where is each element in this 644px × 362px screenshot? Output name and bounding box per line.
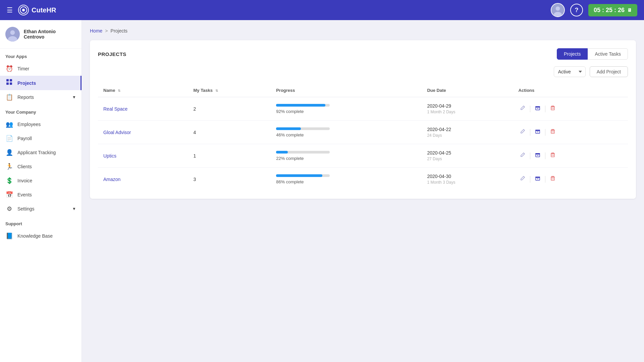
status-filter[interactable]: Active Inactive All — [554, 66, 586, 77]
tab-buttons: Projects Active Tasks — [557, 48, 628, 60]
sidebar-item-payroll[interactable]: 📄 Payroll — [0, 131, 82, 145]
due-date-cell: 2020-04-30 1 Month 3 Days — [422, 168, 513, 191]
sidebar-item-applicant-tracking[interactable]: 👤 Applicant Tracking — [0, 145, 82, 160]
project-link-uptics[interactable]: Uptics — [103, 153, 116, 159]
delete-button[interactable] — [549, 174, 557, 184]
edit-button[interactable] — [519, 104, 527, 114]
delete-button[interactable] — [549, 151, 557, 161]
action-divider — [545, 129, 545, 136]
sidebar-invoice-label: Invoice — [17, 178, 32, 183]
delete-button[interactable] — [549, 104, 557, 114]
delete-button[interactable] — [549, 127, 557, 137]
project-link-gloal-advisor[interactable]: Gloal Advisor — [103, 130, 131, 135]
sidebar-item-reports[interactable]: 📋 Reports ▼ — [0, 90, 82, 104]
svg-rect-15 — [551, 107, 554, 110]
action-divider — [545, 176, 545, 183]
table-row: Amazon3 86% complete 2020-04-30 1 Month … — [98, 168, 628, 191]
due-date-sub: 24 Days — [427, 133, 507, 138]
action-divider — [545, 106, 545, 112]
timer-clock-icon: 🖥 — [627, 7, 632, 13]
sidebar-knowledge-label: Knowledge Base — [17, 233, 53, 239]
sidebar-events-label: Events — [17, 192, 32, 197]
due-date-main: 2020-04-22 — [427, 127, 507, 132]
sidebar-item-employees[interactable]: 👥 Employees — [0, 117, 82, 131]
progress-bar-fill — [276, 151, 288, 154]
progress-bar-bg — [276, 104, 330, 107]
due-date-sub: 27 Days — [427, 157, 507, 161]
sidebar-item-events[interactable]: 📅 Events — [0, 188, 82, 202]
table-row: Real Space2 92% complete 2020-04-29 1 Mo… — [98, 97, 628, 121]
svg-rect-21 — [551, 130, 554, 133]
svg-point-3 — [556, 6, 560, 11]
hamburger-icon[interactable]: ☰ — [7, 6, 13, 14]
sidebar-item-timer[interactable]: ⏰ Timer — [0, 62, 82, 76]
svg-point-4 — [554, 12, 562, 17]
svg-point-6 — [10, 30, 15, 35]
svg-rect-27 — [551, 154, 554, 157]
progress-label: 86% complete — [276, 179, 304, 184]
logo-area: CuteHR — [18, 5, 56, 15]
edit-button[interactable] — [519, 174, 527, 184]
toolbar: Active Inactive All Add Project — [98, 66, 628, 77]
due-date-sub: 1 Month 2 Days — [427, 110, 507, 114]
project-name-cell: Amazon — [98, 168, 188, 191]
sidebar-item-knowledge-base[interactable]: 📘 Knowledge Base — [0, 229, 82, 243]
sidebar-projects-label: Projects — [17, 80, 36, 86]
progress-cell: 22% complete — [271, 144, 422, 168]
due-date-cell: 2020-04-29 1 Month 2 Days — [422, 97, 513, 121]
help-icon[interactable]: ? — [570, 4, 583, 16]
progress-bar-fill — [276, 174, 322, 177]
add-project-button[interactable]: Add Project — [590, 66, 628, 77]
edit-button[interactable] — [519, 127, 527, 137]
sidebar-item-settings[interactable]: ⚙ Settings ▼ — [0, 202, 82, 216]
user-avatar-topnav[interactable] — [551, 3, 565, 17]
user-name: Ethan Antonio Centrovo — [24, 29, 76, 40]
svg-rect-9 — [10, 79, 12, 81]
topnav: ☰ CuteHR ? 05 : 25 : 26 🖥 — [0, 0, 644, 20]
project-link-amazon[interactable]: Amazon — [103, 177, 120, 182]
archive-button[interactable] — [534, 174, 542, 184]
tasks-sort-icon[interactable]: ⇅ — [215, 89, 218, 93]
actions-cell — [513, 121, 628, 144]
sidebar-item-clients[interactable]: 🏃 Clients — [0, 160, 82, 174]
progress-bar-bg — [276, 127, 330, 130]
sidebar: Ethan Antonio Centrovo Your Apps ⏰ Timer… — [0, 20, 82, 362]
tab-projects[interactable]: Projects — [557, 48, 588, 60]
archive-button[interactable] — [534, 104, 542, 114]
svg-point-1 — [22, 9, 25, 11]
timer-badge: 05 : 25 : 26 🖥 — [588, 4, 637, 16]
archive-button[interactable] — [534, 127, 542, 137]
svg-rect-8 — [6, 79, 9, 81]
sidebar-item-projects[interactable]: Projects — [0, 76, 82, 90]
action-divider — [530, 106, 530, 112]
due-date-sub: 1 Month 3 Days — [427, 180, 507, 185]
project-name-cell: Uptics — [98, 144, 188, 168]
sidebar-item-invoice[interactable]: 💲 Invoice — [0, 174, 82, 188]
action-divider — [545, 153, 545, 159]
archive-button[interactable] — [534, 151, 542, 161]
actions-cell — [513, 168, 628, 191]
progress-wrap: 86% complete — [276, 174, 416, 184]
tab-active-tasks[interactable]: Active Tasks — [588, 48, 628, 60]
progress-bar-fill — [276, 104, 325, 107]
project-name-cell: Real Space — [98, 97, 188, 121]
your-company-label: Your Company — [0, 104, 82, 117]
progress-label: 92% complete — [276, 109, 304, 114]
progress-bar-bg — [276, 151, 330, 154]
project-name-cell: Gloal Advisor — [98, 121, 188, 144]
progress-wrap: 22% complete — [276, 151, 416, 161]
progress-label: 22% complete — [276, 156, 304, 161]
your-apps-label: Your Apps — [0, 49, 82, 62]
progress-cell: 86% complete — [271, 168, 422, 191]
project-link-real-space[interactable]: Real Space — [103, 106, 127, 112]
card-header: PROJECTS Projects Active Tasks — [98, 48, 628, 60]
edit-button[interactable] — [519, 151, 527, 161]
progress-cell: 46% complete — [271, 121, 422, 144]
invoice-icon: 💲 — [5, 177, 13, 184]
due-date-main: 2020-04-30 — [427, 174, 507, 179]
progress-wrap: 92% complete — [276, 104, 416, 114]
action-divider — [530, 176, 530, 183]
user-area: Ethan Antonio Centrovo — [0, 20, 82, 49]
name-sort-icon[interactable]: ⇅ — [118, 89, 120, 93]
breadcrumb-home[interactable]: Home — [90, 28, 102, 34]
